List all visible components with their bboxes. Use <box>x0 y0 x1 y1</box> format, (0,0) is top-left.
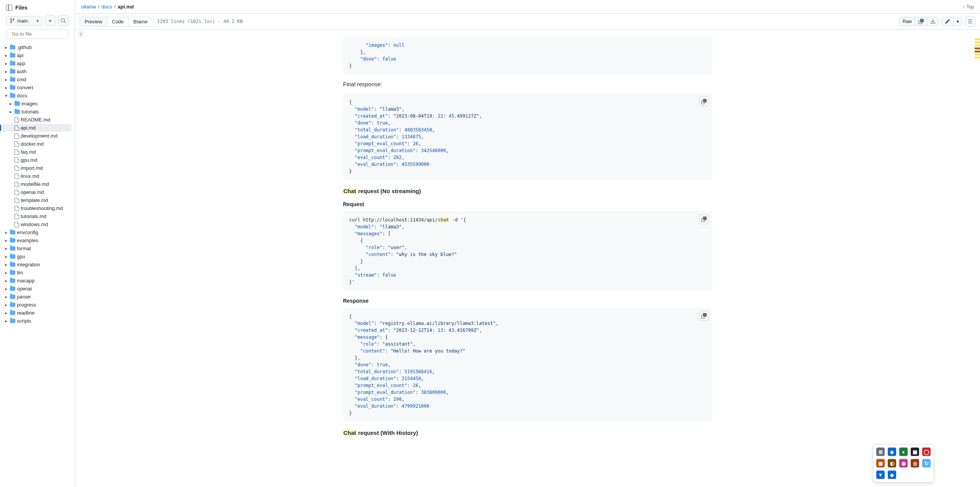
file-item[interactable]: gpu.md <box>2 156 72 164</box>
folder-item[interactable]: ▸auth <box>2 67 72 75</box>
file-item[interactable]: README.md <box>2 116 72 124</box>
heading-chat-with-history: Chat request (With History) <box>343 430 712 436</box>
plus-icon: + <box>49 18 52 24</box>
edit-button[interactable] <box>942 17 954 26</box>
extension-icon[interactable]: ◎ <box>911 459 919 467</box>
folder-icon <box>10 295 15 299</box>
copy-icon <box>701 99 707 104</box>
branch-select[interactable]: main ▾ <box>6 16 42 26</box>
file-icon <box>15 214 19 219</box>
folder-item[interactable]: ▸integration <box>2 261 72 269</box>
file-item[interactable]: tutorials.md <box>2 212 72 220</box>
file-icon <box>15 141 19 147</box>
heading-chat-no-streaming: Chat request (No streaming) <box>343 188 712 194</box>
extension-icon[interactable]: ↻ <box>922 459 931 467</box>
outline-button[interactable] <box>965 16 975 27</box>
chevron-icon: ▸ <box>4 238 8 243</box>
folder-item[interactable]: ▸progress <box>2 301 72 309</box>
folder-item[interactable]: ▸images <box>2 100 72 108</box>
tree-item-label: macapp <box>17 278 34 284</box>
subheading-request: Request <box>343 201 712 207</box>
folder-item[interactable]: ▸.github <box>2 43 72 51</box>
file-item[interactable]: docker.md <box>2 140 72 148</box>
tree-item-label: app <box>17 61 25 66</box>
extension-icon[interactable]: ◯ <box>922 448 931 456</box>
markdown-content[interactable]: "images": null }, "done": false } Final … <box>75 30 980 487</box>
folder-item[interactable]: ▸app <box>2 59 72 67</box>
search-result-minimap <box>975 38 980 59</box>
file-item[interactable]: openai.md <box>2 188 72 196</box>
tree-item-label: linux.md <box>21 173 39 179</box>
chevron-icon: ▸ <box>4 262 8 267</box>
folder-item[interactable]: ▾docs <box>2 92 72 100</box>
extension-icon[interactable]: ▦ <box>911 448 919 456</box>
folder-icon <box>10 246 15 251</box>
extension-icon[interactable]: ◉ <box>899 459 908 467</box>
tree-item-label: README.md <box>21 117 50 123</box>
code-block: curl http://localhost:11434/api/chat -d … <box>343 211 712 291</box>
browser-extension-tray: ⊞◈●▦◯▣◐◉◎↻▼◆ <box>873 444 934 482</box>
chevron-icon: ▸ <box>4 254 8 259</box>
copy-code-button[interactable] <box>699 97 709 107</box>
folder-item[interactable]: ▸readline <box>2 309 72 317</box>
scroll-to-top-button[interactable]: ↑ Top <box>963 4 974 10</box>
tab-blame[interactable]: Blame <box>129 17 152 26</box>
folder-item[interactable]: ▸scripts <box>2 317 72 325</box>
file-item[interactable]: windows.md <box>2 220 72 228</box>
folder-icon <box>15 110 20 114</box>
extension-icon[interactable]: ◐ <box>888 459 896 467</box>
extension-icon[interactable]: ▼ <box>876 471 885 479</box>
tree-item-label: openai.md <box>21 189 44 195</box>
copy-code-button[interactable] <box>699 311 709 321</box>
search-files-button[interactable] <box>58 15 69 26</box>
tree-item-label: windows.md <box>21 221 48 227</box>
copy-raw-button[interactable] <box>915 17 927 26</box>
go-to-file-search[interactable]: t <box>6 29 69 39</box>
go-to-file-input[interactable] <box>12 31 76 37</box>
file-item[interactable]: modelfile.md <box>2 180 72 188</box>
folder-item[interactable]: ▸macapp <box>2 277 72 285</box>
folder-item[interactable]: ▸cmd <box>2 75 72 84</box>
add-file-button[interactable]: + <box>45 15 56 26</box>
extension-icon[interactable]: ◈ <box>888 448 896 456</box>
file-item[interactable]: linux.md <box>2 172 72 180</box>
folder-item[interactable]: ▸api <box>2 51 72 59</box>
folder-item[interactable]: ▸openai <box>2 285 72 293</box>
extension-icon[interactable]: ⊞ <box>876 448 885 456</box>
edit-dropdown-button[interactable]: ▾ <box>954 17 962 26</box>
chevron-icon: ▾ <box>4 93 8 98</box>
file-tree[interactable]: ▸.github▸api▸app▸auth▸cmd▸convert▾docs▸i… <box>0 42 75 487</box>
breadcrumb-link[interactable]: ollama <box>81 4 96 10</box>
tab-code[interactable]: Code <box>107 17 129 26</box>
folder-item[interactable]: ▸envconfig <box>2 228 72 236</box>
file-item[interactable]: troubleshooting.md <box>2 204 72 212</box>
file-item[interactable]: development.md <box>2 132 72 140</box>
folder-icon <box>10 238 15 243</box>
folder-item[interactable]: ▸convert <box>2 84 72 92</box>
paragraph: Final response: <box>343 81 712 87</box>
folder-icon <box>10 230 15 234</box>
extension-icon[interactable]: ◆ <box>888 471 896 479</box>
download-raw-button[interactable] <box>927 17 939 26</box>
tree-item-label: convert <box>17 85 33 90</box>
file-item[interactable]: faq.md <box>2 148 72 156</box>
file-item[interactable]: template.md <box>2 196 72 204</box>
folder-item[interactable]: ▸gpu <box>2 253 72 261</box>
tree-item-label: api <box>17 52 23 58</box>
chevron-icon: ▸ <box>4 230 8 235</box>
list-icon <box>967 19 973 24</box>
copy-code-button[interactable] <box>699 214 709 224</box>
file-item[interactable]: api.md <box>2 124 72 132</box>
folder-item[interactable]: ▸tutorials <box>2 108 72 116</box>
folder-item[interactable]: ▸llm <box>2 269 72 277</box>
breadcrumb-link[interactable]: docs <box>101 4 112 10</box>
folder-item[interactable]: ▸parser <box>2 293 72 301</box>
extension-icon[interactable]: ● <box>899 448 908 456</box>
folder-item[interactable]: ▸examples <box>2 236 72 244</box>
folder-item[interactable]: ▸format <box>2 244 72 253</box>
raw-button[interactable]: Raw <box>900 17 915 26</box>
file-item[interactable]: import.md <box>2 164 72 172</box>
extension-icon[interactable]: ▣ <box>876 459 885 467</box>
breadcrumb-bar: ollama / docs / api.md ↑ Top <box>75 0 980 14</box>
tab-preview[interactable]: Preview <box>80 17 107 26</box>
